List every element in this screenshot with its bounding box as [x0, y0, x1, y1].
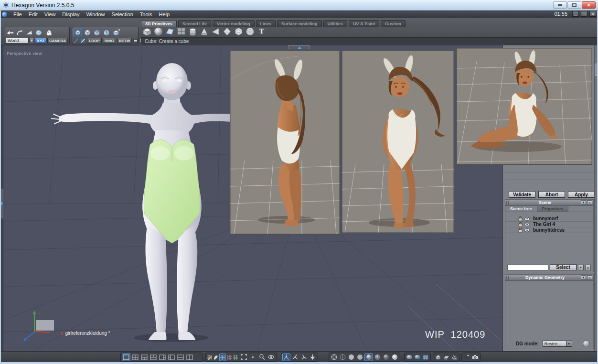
tab-3d-primitives[interactable]: 3D Primitives: [141, 20, 177, 27]
menu-display[interactable]: Display: [59, 11, 83, 18]
move-arrow-icon[interactable]: [6, 29, 14, 36]
show-sheared-box-icon[interactable]: [442, 353, 450, 361]
scene-tree-row[interactable]: bunnymorf: [505, 216, 593, 222]
minimize-button[interactable]: [553, 1, 567, 9]
menu-view[interactable]: View: [41, 11, 59, 18]
menu-help[interactable]: Help: [156, 11, 173, 18]
menu-tools[interactable]: Tools: [137, 11, 156, 18]
primitive-geodesic-icon[interactable]: [245, 26, 256, 37]
reference-image-front-view[interactable]: [342, 50, 454, 233]
primitive-diamond-icon[interactable]: [222, 26, 233, 37]
move-up-button[interactable]: ▲: [585, 265, 591, 270]
smooth-medium-icon[interactable]: [414, 353, 421, 361]
abort-button[interactable]: Abort: [538, 191, 565, 198]
tab-vertex-modeling[interactable]: Vertex modeling: [213, 20, 255, 27]
scene-search-input[interactable]: [507, 265, 548, 270]
center-view-icon[interactable]: [248, 353, 257, 361]
shading-smooth-wire-icon[interactable]: [374, 353, 382, 361]
tab-scene-tree[interactable]: Scene tree: [505, 206, 537, 212]
lock-icon[interactable]: [518, 228, 523, 233]
select-edges-icon[interactable]: [83, 29, 92, 36]
shading-flat-icon[interactable]: [347, 353, 355, 361]
menu-edit[interactable]: Edit: [25, 11, 41, 18]
reference-image-side-view[interactable]: [230, 50, 340, 235]
scene-tree-row[interactable]: bunnyfitdress: [505, 227, 593, 233]
tab-second-life[interactable]: Second Life: [178, 20, 211, 27]
primitive-3d-text-icon[interactable]: TT: [256, 26, 267, 37]
primitive-cylinder-icon[interactable]: [187, 26, 198, 37]
perspective-viewport[interactable]: Perspective view xgirlreferenzkleidung *…: [4, 45, 502, 351]
fit-view-icon[interactable]: [239, 353, 248, 361]
grid-edit-icon[interactable]: [207, 353, 213, 361]
primitive-cube-icon[interactable]: [141, 26, 152, 37]
close-button[interactable]: ✕: [582, 1, 596, 9]
shading-flat-wire-icon[interactable]: [356, 353, 364, 361]
betw-button[interactable]: BETW: [117, 38, 132, 43]
viewport-top-splitter-handle[interactable]: [288, 45, 310, 49]
smooth-cluster-icon[interactable]: [422, 353, 429, 361]
select-soft-icon[interactable]: [112, 29, 120, 36]
dg-close-button[interactable]: ✕: [587, 275, 592, 280]
manipulator-rotate-icon[interactable]: [300, 353, 308, 361]
dg-collapse-button[interactable]: ▼: [581, 275, 586, 280]
grid-xz-icon[interactable]: [226, 353, 232, 361]
maximize-button[interactable]: [567, 1, 581, 9]
world-selector[interactable]: World: [6, 38, 29, 43]
layout-two-rows-icon[interactable]: [176, 353, 185, 361]
primitive-cone-icon[interactable]: [199, 26, 210, 37]
shading-wireframe-icon[interactable]: [330, 353, 338, 361]
eye-icon[interactable]: [524, 228, 530, 233]
layout-right-large-icon[interactable]: [167, 353, 176, 361]
tab-properties[interactable]: Properties: [537, 206, 569, 212]
lock-icon[interactable]: [518, 216, 523, 221]
menu-window[interactable]: Window: [83, 11, 108, 18]
tab-custom[interactable]: Custom: [381, 20, 406, 27]
dg-mode-dropdown-button[interactable]: ▼: [566, 341, 572, 347]
scene-item-label[interactable]: bunnymorf: [533, 216, 558, 221]
child-close-button[interactable]: ✕: [589, 11, 596, 17]
select-button[interactable]: Select: [550, 264, 577, 270]
dg-sphere-indicator[interactable]: [583, 340, 590, 347]
ring-button[interactable]: RING: [103, 38, 116, 43]
primitive-pyramid-icon[interactable]: [210, 26, 221, 37]
zoom-icon[interactable]: [257, 353, 266, 361]
paint-select-icon[interactable]: [74, 37, 79, 44]
show-box-icon[interactable]: [434, 353, 442, 361]
primitive-grid-icon[interactable]: [176, 26, 187, 37]
shading-hidden-line-icon[interactable]: [339, 353, 347, 361]
show-planes-icon[interactable]: [450, 353, 458, 361]
orbit-icon[interactable]: [267, 353, 275, 361]
child-restore-button[interactable]: □: [581, 11, 587, 17]
apply-button[interactable]: Apply: [568, 191, 595, 198]
reference-image-sitting-view[interactable]: [456, 48, 592, 165]
shading-matte-icon[interactable]: [382, 353, 390, 361]
menu-file[interactable]: File: [10, 11, 25, 18]
primitive-facet-icon[interactable]: [164, 26, 175, 37]
camera-button[interactable]: CAMERA: [47, 38, 68, 43]
scene-close-button[interactable]: ✕: [587, 200, 592, 205]
dg-panel-header[interactable]: Dynamic Geometry ▼ ✕: [505, 275, 593, 281]
layout-quad-icon[interactable]: [131, 353, 139, 361]
cone-tool-icon[interactable]: [25, 29, 33, 36]
ghost-tool-icon[interactable]: [44, 29, 53, 36]
tab-lines[interactable]: Lines: [256, 20, 276, 27]
tab-uv-paint[interactable]: UV & Paint: [349, 20, 379, 27]
shading-textured-icon[interactable]: [391, 353, 399, 361]
dg-mode-selector[interactable]: Restric...: [543, 341, 566, 347]
grid-paint-icon[interactable]: [213, 353, 219, 361]
smooth-low-icon[interactable]: [406, 353, 413, 361]
manipulator-axes-icon[interactable]: [291, 353, 299, 361]
grid-xy-icon[interactable]: [219, 353, 226, 361]
lock-icon[interactable]: [518, 222, 523, 227]
tab-surface-modeling[interactable]: Surface modeling: [277, 20, 322, 27]
child-minimize-button[interactable]: ▁: [572, 11, 579, 17]
eye-icon[interactable]: [524, 222, 530, 227]
scene-panel-header[interactable]: Scene ▼ ✕: [505, 200, 593, 206]
move-down-button[interactable]: ▼: [578, 265, 584, 270]
layout-single-icon[interactable]: [122, 353, 130, 361]
validate-button[interactable]: Validate: [509, 191, 535, 198]
select-faces-icon[interactable]: [93, 29, 101, 36]
primitive-sphere-icon[interactable]: [153, 26, 164, 37]
eye-icon[interactable]: [524, 216, 530, 221]
xyz-button[interactable]: XYZ: [35, 38, 46, 43]
